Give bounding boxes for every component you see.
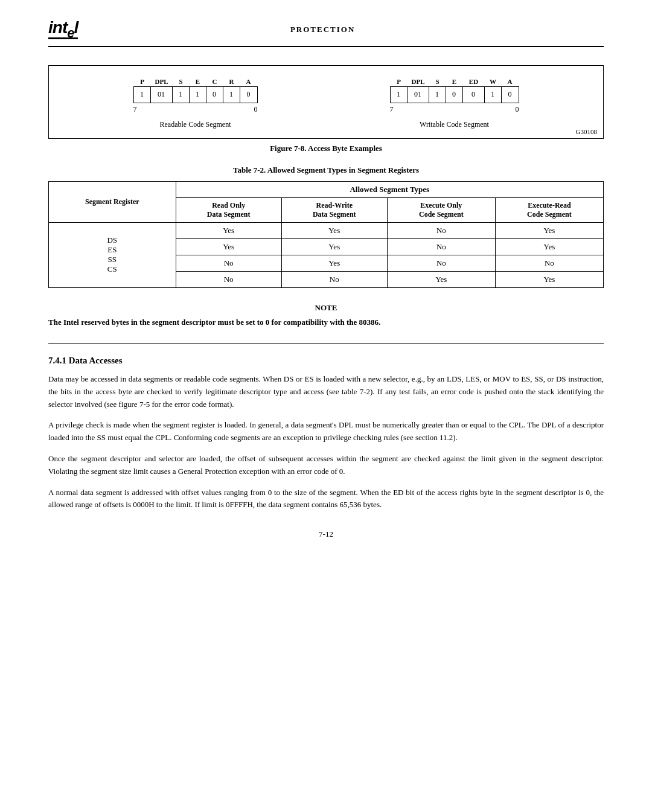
right-label-ed: ED xyxy=(463,78,485,85)
right-bit-dpl: 01 xyxy=(408,87,429,103)
right-range-low: 7 xyxy=(390,105,394,114)
left-label-e: E xyxy=(190,78,206,85)
right-bit-w: 1 xyxy=(485,87,502,103)
cell-execute-read: Yes xyxy=(495,271,603,287)
right-segment-diagram: P DPL S E ED W A 1 01 1 0 0 1 0 7 0 Wri xyxy=(390,78,519,129)
segment-register-cell: DSESSSCS xyxy=(49,222,176,287)
left-bit-s: 1 xyxy=(173,87,190,103)
cell-read-only: No xyxy=(176,271,281,287)
cell-execute-read: No xyxy=(495,255,603,271)
cell-read-write: Yes xyxy=(281,255,387,271)
right-segment-range: 7 0 xyxy=(390,105,519,114)
right-label-dpl: DPL xyxy=(408,78,429,85)
left-range-high: 0 xyxy=(254,105,258,114)
cell-execute-only: No xyxy=(387,222,495,238)
left-bit-e: 1 xyxy=(190,87,206,103)
right-label-a: A xyxy=(502,78,519,85)
right-bit-ed: 0 xyxy=(463,87,485,103)
right-label-p: P xyxy=(391,78,408,85)
section-divider xyxy=(48,343,604,344)
left-label-s: S xyxy=(173,78,190,85)
note-text: The Intel reserved bytes in the segment … xyxy=(48,316,604,328)
col-header-read-only: Read OnlyData Segment xyxy=(176,197,281,222)
figure-id: G30108 xyxy=(576,128,597,135)
cell-read-only: No xyxy=(176,255,281,271)
body-paragraph-2: A privilege check is made when the segme… xyxy=(48,419,604,444)
left-segment-label: Readable Code Segment xyxy=(160,120,231,129)
left-bit-row: 1 01 1 1 0 1 0 xyxy=(133,86,258,103)
right-bit-e: 0 xyxy=(446,87,463,103)
col-header-allowed-types: Allowed Segment Types xyxy=(176,181,603,197)
cell-execute-only: Yes xyxy=(387,271,495,287)
body-paragraph-4: A normal data segment is addressed with … xyxy=(48,487,604,512)
left-label-r: R xyxy=(223,78,240,85)
left-range-low: 7 xyxy=(133,105,137,114)
left-bit-r: 1 xyxy=(223,87,240,103)
left-bit-p: 1 xyxy=(134,87,151,103)
right-bit-p: 1 xyxy=(391,87,408,103)
cell-read-only: Yes xyxy=(176,238,281,255)
cell-read-write: Yes xyxy=(281,238,387,255)
cell-read-only: Yes xyxy=(176,222,281,238)
figure-caption: Figure 7-8. Access Byte Examples xyxy=(48,144,604,153)
paragraphs-container: Data may be accessed in data segments or… xyxy=(48,373,604,511)
left-bit-c: 0 xyxy=(206,87,223,103)
cell-read-write: Yes xyxy=(281,222,387,238)
figure-box: P DPL S E C R A 1 01 1 1 0 1 0 7 0 Read xyxy=(48,65,604,139)
page-number: 7-12 xyxy=(48,529,604,539)
intel-logo: intel xyxy=(48,18,78,41)
left-bit-labels: P DPL S E C R A xyxy=(134,78,257,85)
right-bit-a: 0 xyxy=(502,87,519,103)
body-paragraph-3: Once the segment descriptor and selector… xyxy=(48,453,604,478)
right-bit-s: 1 xyxy=(429,87,446,103)
left-bit-a: 0 xyxy=(240,87,257,103)
left-bit-dpl: 01 xyxy=(151,87,173,103)
left-label-c: C xyxy=(206,78,223,85)
right-segment-label: Writable Code Segment xyxy=(420,120,489,129)
note-section: NOTE xyxy=(48,303,604,313)
right-label-e: E xyxy=(446,78,463,85)
right-bit-labels: P DPL S E ED W A xyxy=(391,78,519,85)
section-heading: 7.4.1 Data Accesses xyxy=(48,356,604,366)
page-title: PROTECTION xyxy=(78,25,567,34)
left-segment-range: 7 0 xyxy=(133,105,258,114)
right-bit-row: 1 01 1 0 0 1 0 xyxy=(390,86,519,103)
cell-execute-only: No xyxy=(387,238,495,255)
right-range-high: 0 xyxy=(516,105,519,114)
right-label-s: S xyxy=(429,78,446,85)
table-row: DSESSSCSYesYesNoYes xyxy=(49,222,604,238)
cell-execute-read: Yes xyxy=(495,222,603,238)
figure-inner: P DPL S E C R A 1 01 1 1 0 1 0 7 0 Read xyxy=(67,78,585,129)
col-header-execute-read: Execute-ReadCode Segment xyxy=(495,197,603,222)
right-label-w: W xyxy=(485,78,502,85)
col-header-segment-register: Segment Register xyxy=(49,181,176,222)
body-paragraph-1: Data may be accessed in data segments or… xyxy=(48,373,604,411)
col-header-read-write: Read-WriteData Segment xyxy=(281,197,387,222)
left-label-dpl: DPL xyxy=(151,78,173,85)
cell-execute-only: No xyxy=(387,255,495,271)
left-label-a: A xyxy=(240,78,257,85)
cell-read-write: No xyxy=(281,271,387,287)
page-header: intel PROTECTION xyxy=(48,18,604,47)
segment-types-table: Segment Register Allowed Segment Types R… xyxy=(48,181,604,288)
left-segment-diagram: P DPL S E C R A 1 01 1 1 0 1 0 7 0 Read xyxy=(133,78,258,129)
col-header-execute-only: Execute OnlyCode Segment xyxy=(387,197,495,222)
cell-execute-read: Yes xyxy=(495,238,603,255)
note-title: NOTE xyxy=(48,303,604,313)
table-title: Table 7-2. Allowed Segment Types in Segm… xyxy=(48,165,604,175)
left-label-p: P xyxy=(134,78,151,85)
